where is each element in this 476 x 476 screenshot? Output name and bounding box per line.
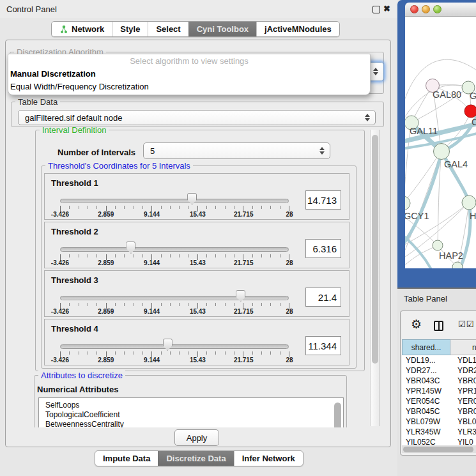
threshold-1-slider-track[interactable]	[60, 199, 289, 203]
table-row[interactable]: YER054CYER0	[402, 396, 476, 406]
float-window-icon[interactable]	[372, 6, 380, 13]
cell-name: YPR1	[450, 386, 476, 396]
cell-shared-name: YER054C	[402, 396, 450, 406]
threshold-4-slider-thumb[interactable]	[163, 339, 173, 351]
tick-label: -3.426	[51, 308, 69, 315]
network-window-titlebar[interactable]	[405, 3, 476, 17]
control-panel-tabs: Network Style Select Cyni Toolbox jActiv…	[51, 21, 340, 37]
tab-select[interactable]: Select	[148, 22, 188, 36]
threshold-2-slider-track[interactable]	[60, 247, 289, 252]
table-header: shared... na	[402, 339, 476, 355]
table-row[interactable]: YBR045CYBR0	[402, 406, 476, 417]
tick-label: 2.859	[98, 357, 114, 364]
tab-impute-data[interactable]: Impute Data	[95, 451, 158, 466]
cyni-toolbox-panel: Discretization Algorithm Table Data galF…	[5, 40, 391, 447]
tab-infer-network[interactable]: Infer Network	[234, 451, 303, 466]
table-panel: ⚙ ☑☑ shared... na YDL19...YDL1YDR27...YD…	[400, 311, 476, 456]
threshold-4-slider-track[interactable]	[60, 344, 289, 349]
threshold-1-slider-thumb[interactable]	[187, 193, 197, 205]
number-of-intervals-spinner[interactable]: 5	[143, 142, 330, 159]
table-hscrollbar[interactable]	[402, 445, 476, 453]
threshold-3-panel: Threshold 3 -3.426 2.859 9.144 15.43 21.…	[44, 270, 349, 317]
cell-name: YBR0	[450, 406, 476, 417]
tick-label: 15.43	[190, 259, 206, 266]
tick-label: -3.426	[51, 357, 69, 364]
threshold-4-label: Threshold 4	[51, 324, 98, 334]
cyni-bottom-tabs: Impute Data Discretize Data Infer Networ…	[95, 450, 303, 466]
table-row[interactable]: YIL052CYIL0	[402, 437, 476, 445]
tab-discretize-data[interactable]: Discretize Data	[158, 451, 233, 466]
table-data-group: Table Data galFiltered.sif default node	[11, 102, 384, 127]
list-scrollbar-thumb[interactable]	[334, 403, 341, 427]
table-row[interactable]: YLR345WYLR3	[402, 427, 476, 437]
tab-style[interactable]: Style	[112, 22, 148, 36]
attributes-group: Attributes to discretize Numerical Attri…	[34, 375, 347, 427]
tab-network-label: Network	[72, 22, 104, 36]
apply-button[interactable]: Apply	[174, 429, 219, 446]
network-node[interactable]	[462, 196, 476, 210]
zoom-traffic-light[interactable]	[433, 5, 441, 13]
tab-network[interactable]: Network	[52, 22, 112, 36]
threshold-4-value-field[interactable]: 11.344	[305, 336, 341, 355]
threshold-2-value-field[interactable]: 6.316	[305, 239, 341, 258]
table-row[interactable]: YDL19...YDL1	[402, 355, 476, 365]
table-row[interactable]: YBR043CYBR0	[402, 376, 476, 386]
list-item[interactable]: SelfLoops	[45, 401, 343, 410]
settings-viewport: Interval Definition Number of Intervals …	[10, 127, 380, 427]
tab-jactivemnodules-label: jActiveMNodules	[265, 22, 332, 36]
network-node-selected-red[interactable]	[464, 105, 476, 118]
table-hscrollbar-thumb[interactable]	[403, 447, 473, 452]
cell-name: YBR0	[450, 376, 476, 386]
tick-label: 21.715	[234, 357, 254, 364]
cell-shared-name: YBR045C	[402, 406, 450, 417]
cell-shared-name: YBL079W	[402, 417, 450, 427]
popup-item-equal-width[interactable]: Equal Width/Frequency Discretization	[8, 81, 370, 93]
network-node-gcy1[interactable]	[405, 196, 410, 210]
columns-icon[interactable]	[434, 321, 443, 331]
network-node-gal4[interactable]	[434, 144, 450, 160]
tab-impute-data-label: Impute Data	[103, 451, 150, 466]
threshold-3-slider-thumb[interactable]	[236, 290, 245, 302]
interval-definition-title: Interval Definition	[40, 127, 109, 135]
settings-scrollbar-thumb[interactable]	[372, 135, 378, 364]
table-row[interactable]: YDR27...YDR2	[402, 365, 476, 376]
tick-label: -3.426	[51, 211, 69, 218]
numerical-attributes-label: Numerical Attributes	[37, 385, 118, 394]
tick-label: 9.144	[144, 357, 160, 364]
table-data-combo[interactable]: galFiltered.sif default node	[18, 110, 376, 125]
select-columns-checkboxes-icon[interactable]: ☑☑	[458, 319, 474, 329]
network-node-hap2[interactable]	[433, 240, 443, 250]
close-icon[interactable]: ✖	[383, 4, 390, 13]
table-row[interactable]: YBL079WYBL0	[402, 417, 476, 427]
node-label-gal80: GAL80	[433, 89, 461, 100]
settings-scrollbar[interactable]	[370, 130, 380, 426]
spinner-arrows-icon	[319, 147, 325, 155]
threshold-1-panel: Threshold 1 -3.426 2.859 9.144 15.43 21.…	[44, 173, 349, 220]
tick-label: 2.859	[98, 211, 114, 218]
threshold-1-value-field[interactable]: 14.713	[305, 190, 341, 210]
attributes-group-title: Attributes to discretize	[38, 371, 125, 380]
numerical-attributes-list[interactable]: SelfLoops TopologicalCoefficient Between…	[38, 397, 344, 427]
column-header-name[interactable]: na	[450, 339, 476, 355]
tick-label: 28	[286, 308, 293, 315]
column-header-shared-name[interactable]: shared...	[402, 339, 450, 355]
tab-jactivemnodules[interactable]: jActiveMNodules	[256, 22, 339, 36]
cell-shared-name: YLR345W	[402, 427, 450, 437]
table-data-combo-value: galFiltered.sif default node	[25, 113, 122, 123]
popup-item-manual-discretization[interactable]: Manual Discretization	[8, 68, 370, 81]
network-window[interactable]: GAL80 GAL C GAL11 GAL4 GCY1 H HAP2	[397, 0, 476, 288]
tab-cyni-toolbox[interactable]: Cyni Toolbox	[188, 22, 256, 36]
network-canvas[interactable]: GAL80 GAL C GAL11 GAL4 GCY1 H HAP2	[405, 17, 476, 268]
threshold-3-slider-track[interactable]	[60, 296, 289, 300]
gear-icon[interactable]: ⚙	[411, 318, 422, 331]
combo-arrows-icon	[365, 114, 370, 121]
list-item[interactable]: TopologicalCoefficient	[45, 410, 343, 420]
list-item[interactable]: BetweennessCentrality	[45, 420, 343, 427]
threshold-2-panel: Threshold 2 -3.426 2.859 9.144 15.43 21.…	[44, 222, 349, 268]
close-traffic-light[interactable]	[410, 5, 418, 13]
node-label-gcy1: GCY1	[405, 211, 429, 221]
threshold-2-slider-thumb[interactable]	[126, 242, 135, 254]
table-row[interactable]: YPR145WYPR1	[402, 386, 476, 396]
minimize-traffic-light[interactable]	[422, 5, 430, 13]
threshold-3-value-field[interactable]: 21.4	[305, 288, 341, 307]
